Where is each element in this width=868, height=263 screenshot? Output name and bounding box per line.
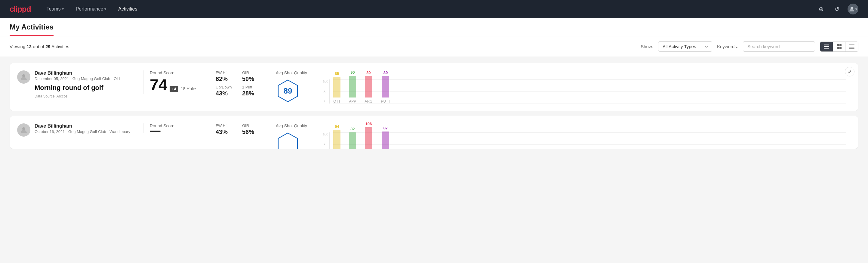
chart-y-50: 50	[323, 142, 328, 146]
bar-app-value: 90	[350, 70, 354, 75]
svg-rect-5	[839, 44, 841, 46]
nav-performance[interactable]: Performance ▾	[74, 4, 108, 14]
round-title: Morning round of golf	[35, 84, 144, 92]
avg-shot-quality-label: Avg Shot Quality	[276, 70, 307, 75]
svg-rect-7	[839, 47, 841, 49]
bar-ott-value: 94	[335, 124, 339, 129]
player-avatar	[17, 123, 30, 137]
one-putt-value: 28%	[242, 90, 264, 97]
gir-label: GIR	[242, 123, 264, 128]
hex-score-value: 89	[284, 86, 292, 96]
viewing-count-text: Viewing 12 out of 29 Activities	[10, 44, 636, 49]
round-score-label: Round Score	[150, 70, 204, 75]
viewing-total: 29	[45, 44, 51, 49]
chart-y-0: 0	[323, 99, 328, 103]
bar-arg: 106 ARG	[365, 122, 372, 149]
edit-button[interactable]	[845, 67, 855, 77]
svg-point-0	[850, 7, 853, 9]
gir-value: 56%	[242, 128, 264, 136]
round-score-label: Round Score	[150, 123, 204, 128]
bar-ott-value: 85	[335, 71, 339, 76]
updown-value: 43%	[216, 90, 237, 97]
fw-hit-value: 43%	[216, 128, 237, 136]
logo: clippd	[10, 4, 31, 14]
svg-rect-9	[849, 46, 855, 46]
gir-label: GIR	[242, 70, 264, 75]
activity-card: Dave Billingham October 16, 2021 - Gog M…	[10, 116, 858, 149]
avg-shot-quality-section: Avg Shot Quality 89	[270, 70, 318, 103]
svg-rect-2	[824, 46, 829, 47]
performance-chevron-icon: ▾	[104, 7, 106, 11]
compact-view-button[interactable]	[845, 42, 858, 52]
player-name: Dave Billingham	[35, 70, 144, 76]
grid-view-button[interactable]	[833, 42, 845, 52]
filter-bar: Viewing 12 out of 29 Activities Show: Al…	[0, 36, 868, 57]
bar-chart-section: 100 50 0 94 OTT 82 AP	[318, 123, 851, 149]
card-player-info: Dave Billingham October 16, 2021 - Gog M…	[17, 123, 144, 137]
svg-rect-10	[849, 47, 855, 48]
svg-rect-1	[824, 45, 829, 46]
bar-app-label: APP	[349, 99, 356, 104]
fw-hit-value: 62%	[216, 76, 237, 83]
fw-hit-label: FW Hit	[216, 70, 237, 75]
mini-stats-section: FW Hit 62% GIR 50% Up/Down 43% 1 Putt 28…	[210, 70, 270, 97]
data-source: Data Source: Arccos	[35, 94, 144, 98]
svg-rect-8	[849, 45, 855, 45]
bar-app-value: 82	[350, 127, 354, 131]
nav-teams[interactable]: Teams ▾	[45, 4, 65, 14]
mini-stats-section: FW Hit 43% GIR 56%	[210, 123, 270, 136]
one-putt-label: 1 Putt	[242, 85, 264, 89]
chart-y-50: 50	[323, 89, 328, 93]
round-date: December 05, 2021 - Gog Magog Golf Club …	[35, 77, 144, 81]
gir-value: 50%	[242, 76, 264, 83]
bar-arg-value: 106	[365, 122, 372, 126]
keywords-label: Keywords:	[717, 44, 738, 49]
refresh-icon[interactable]: ↺	[832, 4, 841, 14]
page-title: My Activities	[10, 23, 54, 36]
bar-arg: 89 ARG	[365, 70, 372, 104]
card-player-info: Dave Billingham December 05, 2021 - Gog …	[17, 70, 144, 98]
navbar: clippd Teams ▾ Performance ▾ Activities …	[0, 0, 868, 18]
svg-marker-15	[278, 133, 298, 149]
activity-card: Dave Billingham December 05, 2021 - Gog …	[10, 63, 858, 111]
teams-chevron-icon: ▾	[62, 7, 64, 11]
bar-putt-value: 89	[383, 70, 388, 75]
bar-putt-value: 87	[383, 126, 388, 130]
show-label: Show:	[641, 44, 653, 49]
bar-ott: 94 OTT	[333, 124, 340, 149]
score-diff-badge: +4	[169, 86, 178, 92]
round-score-section: Round Score 74 +4 18 Holes	[144, 70, 210, 94]
bar-chart-section: 100 50 0 85 OTT 90	[318, 70, 851, 104]
fw-hit-label: FW Hit	[216, 123, 237, 128]
view-toggle-group	[820, 41, 858, 52]
nav-icons: ⊕ ↺ ▾	[816, 4, 858, 14]
list-view-button[interactable]	[820, 42, 833, 52]
round-date: October 16, 2021 - Gog Magog Golf Club -…	[35, 129, 144, 134]
svg-point-14	[22, 127, 25, 130]
bar-arg-label: ARG	[365, 99, 372, 104]
bar-ott-label: OTT	[333, 99, 340, 104]
add-icon[interactable]: ⊕	[816, 4, 826, 14]
chart-y-100: 100	[323, 133, 328, 136]
activity-type-select[interactable]: All Activity Types	[658, 41, 712, 52]
bar-ott: 85 OTT	[333, 71, 340, 104]
avg-shot-quality-label: Avg Shot Quality	[276, 123, 307, 128]
chart-y-100: 100	[323, 80, 328, 83]
score-holes: 18 Holes	[181, 86, 197, 91]
bar-putt: 89 PUTT	[381, 70, 390, 104]
player-name: Dave Billingham	[35, 123, 144, 129]
avatar[interactable]: ▾	[847, 4, 858, 14]
viewing-suffix: Activities	[52, 44, 69, 49]
shot-quality-hexagon: 89	[276, 79, 300, 103]
card-details: Dave Billingham December 05, 2021 - Gog …	[35, 70, 144, 98]
svg-point-12	[22, 74, 25, 77]
activities-list: Dave Billingham December 05, 2021 - Gog …	[0, 57, 868, 160]
round-score-section: Round Score	[144, 123, 210, 133]
page-header: My Activities	[0, 18, 868, 36]
updown-label: Up/Down	[216, 85, 237, 89]
player-avatar	[17, 70, 30, 84]
svg-rect-3	[824, 48, 829, 49]
nav-activities[interactable]: Activities	[117, 4, 138, 14]
keyword-input[interactable]	[743, 41, 815, 52]
round-score-value: 74	[150, 77, 167, 93]
